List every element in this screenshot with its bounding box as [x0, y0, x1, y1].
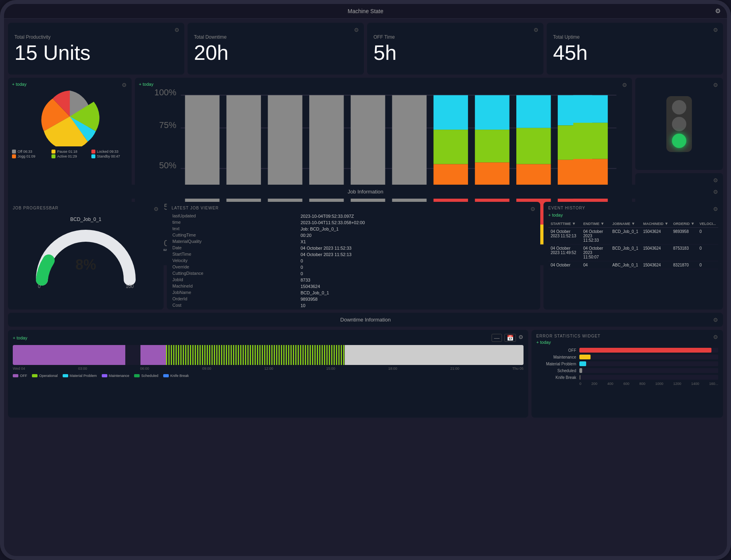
kpi-uptime-gear[interactable]: ⚙ — [713, 27, 718, 33]
x-label-wed: Wed 04 — [13, 367, 25, 371]
downtime-title: Downtime Information — [340, 317, 391, 323]
legend-label-active: Active 01:29 — [57, 154, 77, 158]
job-field-value: 04 October 2023 11:52:13 — [300, 252, 535, 257]
tl-label-operational: Operational — [39, 374, 58, 378]
event-machineid: 15043624 — [641, 245, 671, 261]
job-field-key: text — [172, 226, 300, 232]
kpi-downtime-gear[interactable]: ⚙ — [354, 27, 359, 33]
error-stats-card: ⚙ ERROR STATISTICS WIDGET + today OFF Ma… — [531, 330, 723, 418]
error-stats-gear[interactable]: ⚙ — [713, 334, 718, 340]
legend-label-locked: Locked 09:33 — [97, 150, 119, 154]
error-stats-title: ERROR STATISTICS WIDGET — [536, 334, 718, 338]
event-history-gear[interactable]: ⚙ — [713, 206, 718, 212]
kpi-productivity: ⚙ Total Productivity 15 Units — [8, 23, 184, 75]
event-row: 04 October 2023 11:49:52 04 October 2023… — [548, 245, 718, 261]
svg-rect-23 — [433, 130, 468, 164]
downtime-header: Downtime Information ⚙ — [8, 313, 723, 327]
col-starttime: STARTTIME ▼ — [548, 220, 581, 228]
job-field-key: CuttingDistance — [172, 271, 300, 276]
svg-rect-35 — [516, 128, 551, 164]
error-track-scheduled — [579, 368, 718, 373]
job-field-value: 04 October 2023 11:52:33 — [300, 245, 535, 251]
tl-dot-scheduled — [134, 374, 140, 377]
error-label-material: Material Problem — [536, 362, 576, 366]
legend-dot-standby — [91, 154, 95, 158]
x-0: 0 — [579, 382, 581, 386]
traffic-light-gear[interactable]: ⚙ — [713, 82, 718, 88]
latest-job-gear[interactable]: ⚙ — [530, 206, 535, 212]
tl-dot-off — [13, 374, 18, 377]
error-label-maintenance: Maintenance — [536, 355, 576, 359]
event-velocity: 0 — [697, 245, 718, 261]
col-endtime: ENDTIME ▼ — [581, 220, 610, 228]
timeline-calendar-btn[interactable]: 📅 — [504, 334, 516, 342]
event-orderid: 9893958 — [671, 228, 697, 245]
kpi-productivity-gear[interactable]: ⚙ — [174, 27, 180, 33]
event-table: STARTTIME ▼ ENDTIME ▼ JOBNAME ▼ MACHINEI… — [548, 220, 718, 269]
event-velocity: 0 — [697, 228, 718, 245]
pie-chart-gear[interactable]: ⚙ — [122, 82, 127, 88]
job-row: ⚙ JOB PROGRESSBAR BCD_Job_0_1 8% 0 100 — [8, 202, 723, 310]
traffic-light-yellow — [672, 117, 686, 131]
traffic-light-red — [672, 100, 686, 114]
event-orderid: 8321870 — [671, 261, 697, 269]
legend-standby: Standby 00:47 — [91, 154, 128, 158]
legend-dot-locked — [91, 150, 95, 154]
job-progress-card: ⚙ JOB PROGRESSBAR BCD_Job_0_1 8% 0 100 — [8, 202, 164, 310]
tl-legend-scheduled: Scheduled — [134, 374, 158, 378]
col-velocity: VELOCI... — [697, 220, 718, 228]
legend-dot-active — [51, 154, 55, 158]
job-info-row: CuttingDistance0 — [172, 271, 535, 276]
timeline-segment-off — [13, 345, 125, 365]
x-more: 160... — [709, 382, 718, 386]
col-orderid: ORDERID ▼ — [671, 220, 697, 228]
col-jobname: JOBNAME ▼ — [610, 220, 641, 228]
timeline-settings-btn[interactable]: ⚙ — [518, 334, 524, 342]
job-info-header: Job Information ⚙ — [8, 185, 723, 199]
job-field-key: Override — [172, 264, 300, 270]
legend-pause: Pause 01:18 — [51, 150, 88, 154]
timeline-x-labels: Wed 04 03:00 06:00 09:00 12:00 15:00 18:… — [13, 367, 524, 371]
error-fill-scheduled — [579, 368, 582, 373]
event-starttime: 04 October — [548, 261, 581, 269]
job-field-key: CuttingTime — [172, 233, 300, 238]
error-bar-material: Material Problem — [536, 361, 718, 366]
x-label-21: 21:00 — [450, 367, 460, 371]
traffic-light — [666, 96, 692, 152]
tl-legend-knife: Knife Break — [163, 374, 189, 378]
job-field-key: OrderId — [172, 296, 300, 302]
plug-gear[interactable]: ⚙ — [713, 177, 718, 183]
job-field-key: Velocity — [172, 258, 300, 264]
svg-text:50%: 50% — [159, 160, 176, 170]
job-field-key: MaterialQuality — [172, 239, 300, 245]
gauge-min: 0 — [38, 284, 41, 289]
kpi-offtime-gear[interactable]: ⚙ — [533, 27, 539, 33]
job-field-key: MachineId — [172, 284, 300, 289]
svg-text:8%: 8% — [75, 256, 96, 273]
job-field-key: StartTime — [172, 252, 300, 257]
job-field-value: BCD_Job_0_1 — [300, 290, 535, 296]
gauge-labels: 0 100 — [38, 284, 134, 289]
error-label-knife: Knife Break — [536, 375, 576, 380]
tl-label-knife: Knife Break — [170, 374, 189, 378]
error-x-axis: 0 200 400 600 800 1000 1200 1400 160... — [536, 382, 718, 386]
x-label-03: 03:00 — [78, 367, 87, 371]
x-200: 200 — [591, 382, 597, 386]
job-progress-gear[interactable]: ⚙ — [154, 206, 159, 212]
timeline-minimize-btn[interactable]: — — [492, 334, 502, 342]
error-bar-off: OFF — [536, 348, 718, 353]
downtime-gear[interactable]: ⚙ — [713, 317, 718, 323]
error-bar-scheduled: Scheduled — [536, 368, 718, 373]
top-right-gear-icon[interactable]: ⚙ — [715, 7, 721, 15]
traffic-light-green — [672, 134, 686, 148]
event-row: 04 October 2023 11:52:13 04 October 2023… — [548, 228, 718, 245]
svg-rect-34 — [516, 95, 551, 128]
x-1200: 1200 — [673, 382, 681, 386]
error-stats-today: + today — [536, 340, 718, 345]
job-info-row: Cost10 — [172, 303, 535, 308]
x-label-18: 18:00 — [388, 367, 397, 371]
job-info-gear[interactable]: ⚙ — [713, 189, 718, 195]
pie-legend: Off 06:33 Pause 01:18 Locked 09:33 — [12, 150, 128, 158]
error-track-knife — [579, 375, 718, 380]
charts-row: ⚙ + today — [8, 78, 723, 181]
